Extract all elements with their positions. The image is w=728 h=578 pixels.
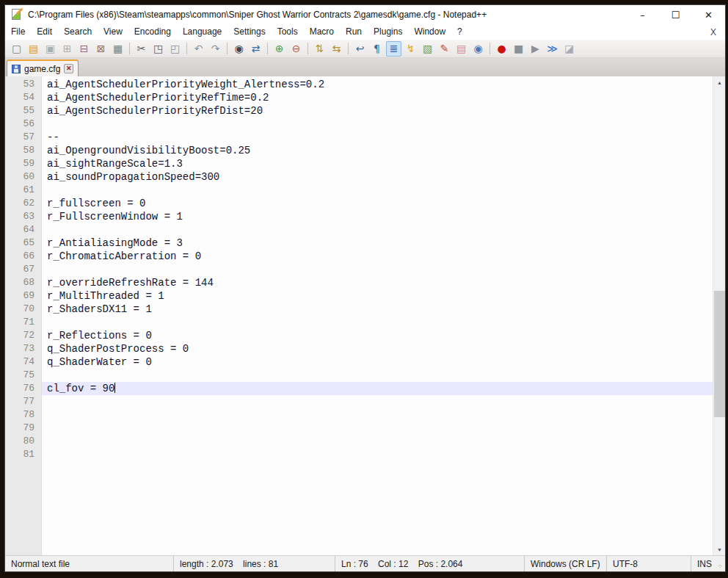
editor-line[interactable]: 70r_ShadersDX11 = 1	[5, 303, 713, 316]
print-button[interactable]: ▦	[110, 41, 125, 57]
editor-line[interactable]: 60ai_soundPropagationSpeed=300	[5, 170, 713, 184]
record-macro-button[interactable]: ●	[494, 41, 509, 57]
close-file-button[interactable]: ⊟	[76, 41, 92, 57]
monitoring-eye-button[interactable]: ◉	[470, 41, 486, 57]
editor-line[interactable]: 58ai_OpengroundVisibilityBoost=0.25	[5, 144, 713, 157]
menu-edit[interactable]: Edit	[31, 24, 58, 40]
function-list-button[interactable]: ↯	[403, 41, 418, 57]
editor-line[interactable]: 77	[5, 395, 713, 408]
editor-line[interactable]: 72r_Reflections = 0	[5, 329, 713, 342]
text-editor-area[interactable]: 53ai_AgentSchedulerPriorityWeight_Alertn…	[5, 76, 725, 555]
sync-vertical-scroll-icon: ⇅	[316, 43, 324, 54]
editor-line[interactable]: 69r_MultiThreaded = 1	[5, 289, 713, 303]
run-macro-multiple-button[interactable]: ≫	[545, 41, 560, 57]
editor-line[interactable]: 56	[5, 118, 713, 131]
editor-line[interactable]: 79	[5, 422, 713, 435]
menu-macro[interactable]: Macro	[304, 24, 340, 40]
menu-file[interactable]: File	[5, 24, 31, 40]
document-map-button[interactable]: ▧	[420, 41, 435, 57]
notepad-plus-plus-window: C:\Program Files (x86)\Steam\steamapps\c…	[4, 4, 726, 572]
tab-game-cfg[interactable]: game.cfg ✕	[7, 59, 79, 76]
editor-line[interactable]: 73q_ShaderPostProcess = 0	[5, 342, 713, 355]
editor-line[interactable]: 78	[5, 408, 713, 422]
open-file-button[interactable]: ▤	[26, 41, 41, 57]
play-macro-button[interactable]: ▶	[528, 41, 543, 57]
maximize-button[interactable]: ☐	[659, 5, 692, 24]
tab-bar: game.cfg ✕	[5, 58, 725, 76]
tab-close-icon[interactable]: ✕	[64, 64, 73, 73]
status-doc-type: Normal text file	[5, 556, 174, 571]
word-wrap-button[interactable]: ↩	[352, 41, 368, 57]
stop-macro-button[interactable]: ■	[511, 41, 526, 57]
redo-button[interactable]: ↷	[208, 41, 223, 57]
status-encoding[interactable]: UTF-8	[607, 556, 691, 571]
close-button[interactable]: ✕	[692, 5, 725, 24]
menu-tools[interactable]: Tools	[272, 24, 304, 40]
editor-line[interactable]: 65r_AntialiasingMode = 3	[5, 236, 713, 250]
line-text: q_ShaderPostProcess = 0	[42, 342, 713, 355]
undo-button[interactable]: ↶	[191, 41, 206, 57]
status-length-lines: length : 2.073 lines : 81	[174, 556, 335, 571]
editor-line[interactable]: 74q_ShaderWater = 0	[5, 355, 713, 369]
editor-line[interactable]: 67	[5, 263, 713, 276]
cut-button[interactable]: ✂	[134, 41, 149, 57]
find-button[interactable]: ◉	[231, 41, 247, 57]
menu-language[interactable]: Language	[177, 24, 228, 40]
menu-window[interactable]: Window	[408, 24, 451, 40]
editor-line[interactable]: 64	[5, 223, 713, 236]
menu-view[interactable]: View	[98, 24, 128, 40]
folder-as-workspace-button[interactable]: ▤	[454, 41, 469, 57]
minimize-button[interactable]: –	[626, 5, 659, 24]
menu-help[interactable]: ?	[451, 24, 468, 40]
record-macro-icon: ●	[497, 43, 506, 54]
editor-line[interactable]: 75	[5, 369, 713, 382]
zoom-in-button[interactable]: ⊕	[272, 41, 287, 57]
save-all-icon: ⊞	[63, 43, 72, 54]
editor-line[interactable]: 57--	[5, 131, 713, 144]
paste-button[interactable]: ◰	[167, 41, 183, 57]
new-file-button[interactable]: ▢	[9, 41, 24, 57]
copy-button[interactable]: ◳	[150, 41, 166, 57]
replace-button[interactable]: ⇄	[248, 41, 263, 57]
editor-line[interactable]: 80	[5, 435, 713, 448]
scrollbar-up-arrow-icon[interactable]: ▲	[713, 76, 725, 88]
folder-as-workspace-icon: ▤	[456, 43, 466, 54]
indent-guide-icon: ≣	[390, 43, 398, 54]
editor-line[interactable]: 54ai_AgentSchedulerPriorityRefTime=0.2	[5, 91, 713, 104]
save-macro-button[interactable]: ◪	[561, 41, 577, 57]
indent-guide-button[interactable]: ≣	[386, 41, 401, 57]
editor-line-current[interactable]: 76cl_fov = 90	[5, 382, 713, 395]
define-language-button[interactable]: ✎	[437, 41, 452, 57]
show-all-characters-button[interactable]: ¶	[369, 41, 385, 57]
toolbar-separator	[348, 43, 349, 54]
scrollbar-thumb[interactable]	[714, 291, 725, 417]
status-eol-format[interactable]: Windows (CR LF)	[525, 556, 607, 571]
close-document-x-button[interactable]: X	[702, 27, 725, 37]
editor-line[interactable]: 68r_overrideRefreshRate = 144	[5, 276, 713, 289]
editor-line[interactable]: 66r_ChromaticAberration = 0	[5, 250, 713, 263]
line-text	[42, 223, 713, 236]
sync-vertical-scroll-button[interactable]: ⇅	[312, 41, 327, 57]
menu-search[interactable]: Search	[58, 24, 98, 40]
editor-line[interactable]: 81	[5, 448, 713, 461]
menu-encoding[interactable]: Encoding	[128, 24, 177, 40]
save-all-button[interactable]: ⊞	[59, 41, 75, 57]
editor-line[interactable]: 55ai_AgentSchedulerPriorityRefDist=20	[5, 104, 713, 118]
editor-line[interactable]: 62r_fullscreen = 0	[5, 197, 713, 210]
zoom-out-button[interactable]: ⊖	[288, 41, 304, 57]
scrollbar-down-arrow-icon[interactable]: ▼	[713, 543, 725, 555]
menu-run[interactable]: Run	[340, 24, 368, 40]
close-all-button[interactable]: ⊠	[93, 41, 109, 57]
resize-grip-icon[interactable]: ⁘	[717, 563, 724, 570]
save-file-button[interactable]: ▣	[43, 41, 58, 57]
editor-line[interactable]: 63r_FullscreenWindow = 1	[5, 210, 713, 223]
menu-settings[interactable]: Settings	[228, 24, 271, 40]
editor-line[interactable]: 53ai_AgentSchedulerPriorityWeight_Alertn…	[5, 78, 713, 91]
menu-plugins[interactable]: Plugins	[368, 24, 408, 40]
line-text: ai_OpengroundVisibilityBoost=0.25	[42, 144, 713, 157]
editor-line[interactable]: 71	[5, 316, 713, 329]
sync-horizontal-scroll-button[interactable]: ⇆	[329, 41, 344, 57]
vertical-scrollbar[interactable]: ▲ ▼	[713, 76, 725, 555]
editor-line[interactable]: 59ai_sightRangeScale=1.3	[5, 157, 713, 170]
editor-line[interactable]: 61	[5, 184, 713, 197]
